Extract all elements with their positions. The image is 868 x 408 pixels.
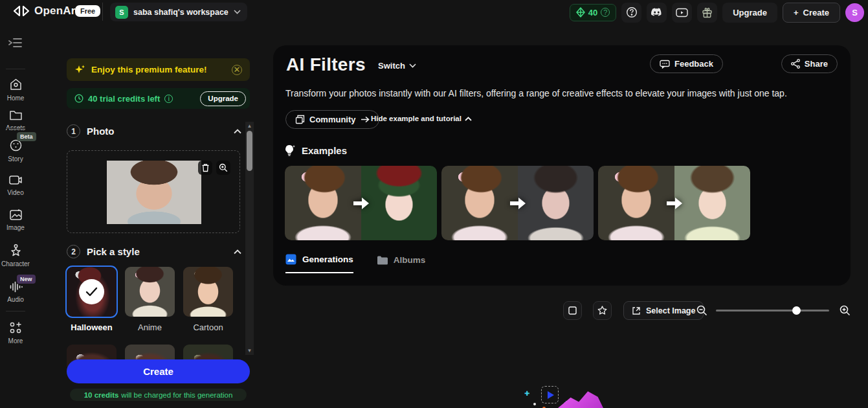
example-before-image [285,166,361,240]
chevron-down-icon [409,63,416,68]
switch-dropdown[interactable]: Switch [378,61,416,71]
zoom-in-icon[interactable] [840,305,851,316]
collapse-sidebar-icon[interactable] [8,38,23,48]
hide-example-toggle[interactable]: Hide example and tutorial [371,115,472,122]
youtube-icon [676,8,688,17]
info-icon: i [164,95,173,103]
left-nav-rail: Home Assets Beta Story Video Image Chara… [0,25,31,408]
style-options: Halloween Anime Cartoon [67,267,233,332]
preview-photo-button[interactable] [216,161,230,175]
sidebar-item-character[interactable]: Character [0,244,31,267]
logo-text: OpenArt [34,5,79,17]
lightbulb-icon [284,144,296,157]
feedback-button[interactable]: Feedback [650,54,723,73]
sidebar-item-video[interactable]: Video [0,174,31,196]
star-icon [597,306,607,315]
transform-arrow-icon [667,197,682,210]
scrollbar-up-arrow[interactable]: ▲ [245,123,254,129]
feedback-chat-icon [660,60,670,69]
credits-indicator[interactable]: 40 ? [570,4,616,21]
uploaded-photo-preview[interactable] [107,161,201,224]
rail-divider [6,69,25,69]
example-after-image [361,166,438,240]
trash-icon [201,163,210,172]
question-icon [626,6,638,18]
style-option-cartoon[interactable]: Cartoon [183,267,233,332]
scrollbar-thumb[interactable] [247,131,252,171]
albums-folder-icon [377,256,388,265]
credits-value: 40 [588,8,597,17]
user-avatar[interactable]: S [845,3,864,22]
zoom-out-icon[interactable] [696,305,707,316]
chevron-down-icon [234,10,241,14]
create-generation-button[interactable]: Create [67,359,250,383]
sidebar-item-story[interactable]: Story [0,139,31,163]
sidebar-item-more[interactable]: More [0,321,31,345]
play-triangle-icon [548,391,554,399]
premium-feature-banner: Enjoy this premium feature! ✕ [67,58,250,81]
transform-arrow-icon [510,197,526,210]
image-icon [9,209,23,221]
style-option-anime[interactable]: Anime [125,267,175,332]
chevron-up-icon[interactable] [234,129,241,134]
example-after-image [518,166,594,240]
create-button-header[interactable]: +Create [783,3,840,23]
frame-tool-button[interactable] [563,301,582,320]
top-header: OpenArt Free S saba shafiq's workspace 4… [0,0,868,25]
chevron-up-icon [465,117,472,121]
scrollbar-down-arrow[interactable]: ▼ [245,348,254,354]
more-grid-icon [9,321,22,334]
sidebar-item-image[interactable]: Image [0,209,31,231]
tab-generations[interactable]: Generations [285,254,353,273]
workspace-name: saba shafiq's workspace [133,8,228,17]
gift-button[interactable] [697,3,717,23]
chevron-up-icon[interactable] [234,249,241,255]
tab-albums[interactable]: Albums [377,254,426,273]
share-button[interactable]: Share [781,54,838,73]
upgrade-button[interactable]: Upgrade [722,3,777,23]
photo-actions [198,161,230,175]
photo-dropzone[interactable] [67,150,240,233]
delete-photo-button[interactable] [198,161,212,175]
credits-charge-note: 10 credits will be charged for this gene… [70,389,247,401]
page-description: Transform your photos instantly with our… [285,88,787,98]
close-icon[interactable]: ✕ [232,65,242,75]
sparkle-icon: ✚ [524,390,529,397]
community-button[interactable]: Community [285,110,379,129]
discord-button[interactable] [647,3,667,23]
sidebar-item-home[interactable]: Home [0,78,31,102]
youtube-button[interactable] [672,3,692,23]
folder-icon [9,109,23,121]
plus-icon: + [794,8,799,17]
premium-banner-text: Enjoy this premium feature! [91,65,227,74]
select-image-icon [632,306,641,315]
openart-logo[interactable]: OpenArt [13,5,79,17]
style-option-halloween[interactable]: Halloween [67,267,117,332]
example-pair-2 [441,166,594,240]
purple-paper-plane-illustration [558,390,603,408]
trial-upgrade-button[interactable]: Upgrade [200,91,246,106]
gem-icon [576,7,585,17]
sidebar-item-audio[interactable]: Audio [0,281,31,303]
empty-state-illustration: ✚ ✚ [505,376,634,408]
example-before-image [598,166,674,240]
openart-logo-icon [13,5,30,17]
help-button[interactable] [621,3,641,23]
style-section-title: Pick a style [87,246,140,257]
photo-section-header[interactable]: 1 Photo [67,124,241,138]
home-icon [9,78,23,91]
zoom-slider-handle[interactable] [792,306,801,315]
workspace-selector[interactable]: S saba shafiq's workspace [110,3,247,21]
select-image-button[interactable]: Select Image [623,301,704,320]
header-divider [102,3,103,21]
example-pair-3 [598,166,750,240]
example-before-image [441,166,518,240]
rail-divider [6,128,25,129]
zoom-slider[interactable] [716,310,829,312]
arrow-right-icon [361,116,370,123]
style-section-header[interactable]: 2 Pick a style [67,245,241,258]
favorites-filter-button[interactable] [593,301,612,320]
community-gallery-icon [295,115,305,124]
video-camera-icon [8,174,23,186]
result-tabs: Generations Albums [285,254,425,273]
